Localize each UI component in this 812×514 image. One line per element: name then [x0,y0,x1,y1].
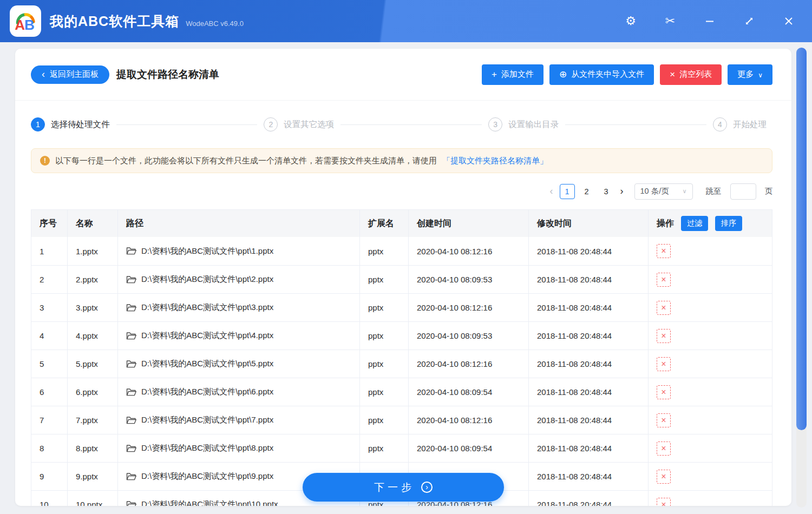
cell-index: 5 [31,350,68,378]
back-to-dashboard-button[interactable]: ‹ 返回到主面板 [31,65,109,84]
delete-row-button[interactable]: × [657,498,671,506]
scrollbar-track[interactable] [796,48,807,508]
banner-link[interactable]: 「提取文件夹路径名称清单」 [442,156,548,166]
folder-icon [126,388,136,397]
folder-icon [126,247,136,255]
prev-page-button[interactable]: ‹ [548,186,555,197]
cell-path: D:\资料\我的ABC测试文件\ppt\8.pptx [118,434,360,462]
cell-name: 2.pptx [68,266,118,293]
step-2-circle: 2 [264,117,278,131]
cell-name: 4.pptx [68,322,118,350]
sort-button[interactable]: 排序 [715,216,742,231]
cell-created-time: 2020-04-10 08:12:16 [409,406,529,434]
cell-created-time: 2020-04-10 08:12:16 [409,350,529,378]
file-table: 序号 名称 路径 扩展名 创建时间 修改时间 操作 过滤 排序 1 1.pptx [31,209,772,506]
window-controls: ⚙ ✂ [624,14,796,28]
delete-row-button[interactable]: × [657,413,671,427]
col-header-ext: 扩展名 [360,210,409,237]
cell-operations: × [649,491,772,506]
cell-extension: pptx [360,237,409,265]
step-connector [340,124,482,125]
folder-icon [126,360,136,368]
banner-text: 以下每一行是一个文件，此功能会将以下所有文件只生成一个清单文件，若需要按文件夹生… [55,156,437,166]
cell-path: D:\资料\我的ABC测试文件\ppt\5.pptx [118,350,360,378]
close-icon[interactable] [782,14,796,28]
cell-name: 6.pptx [68,378,118,406]
file-path: D:\资料\我的ABC测试文件\ppt\8.pptx [141,443,273,453]
file-path: D:\资料\我的ABC测试文件\ppt\1.pptx [141,246,273,256]
settings-icon[interactable]: ⚙ [624,14,638,28]
clear-list-label: 清空列表 [679,69,712,80]
cell-path: D:\资料\我的ABC测试文件\ppt\1.pptx [118,237,360,265]
maximize-icon[interactable] [742,14,756,28]
table-row: 8 8.pptx D:\资料\我的ABC测试文件\ppt\8.pptx pptx… [31,434,772,462]
cell-modified-time: 2018-11-08 20:48:44 [529,322,649,350]
page-number-3[interactable]: 3 [599,184,614,199]
step-connector [116,124,258,125]
step-1-label: 选择待处理文件 [51,119,110,130]
cell-name: 8.pptx [68,434,118,462]
minimize-icon[interactable] [703,14,717,28]
col-header-created: 创建时间 [409,210,529,237]
svg-text:A: A [15,17,25,33]
cell-extension: pptx [360,266,409,293]
page-size-value: 10 条/页 [640,186,669,196]
cell-operations: × [649,266,772,293]
cell-extension: pptx [360,350,409,378]
next-step-button[interactable]: 下一步 › [303,473,504,502]
next-page-button[interactable]: › [618,186,626,197]
folder-icon [126,416,136,425]
table-row: 6 6.pptx D:\资料\我的ABC测试文件\ppt\6.pptx pptx… [31,378,772,406]
delete-row-button[interactable]: × [657,329,671,343]
cut-tool-icon[interactable]: ✂ [663,14,677,28]
col-header-index: 序号 [31,210,68,237]
import-folder-label: 从文件夹中导入文件 [571,69,644,80]
panel-header: ‹ 返回到主面板 提取文件路径名称清单 + 添加文件 ⊕ 从文件夹中导入文件 ×… [15,49,791,101]
import-from-folder-button[interactable]: ⊕ 从文件夹中导入文件 [549,64,654,85]
cell-name: 5.pptx [68,350,118,378]
cell-name: 7.pptx [68,406,118,434]
clear-list-button[interactable]: × 清空列表 [660,64,722,85]
delete-row-button[interactable]: × [657,441,671,456]
file-path: D:\资料\我的ABC测试文件\ppt\4.pptx [141,331,273,341]
table-row: 2 2.pptx D:\资料\我的ABC测试文件\ppt\2.pptx pptx… [31,265,772,293]
delete-row-button[interactable]: × [657,244,671,258]
delete-row-button[interactable]: × [657,273,671,287]
cell-modified-time: 2018-11-08 20:48:44 [529,266,649,293]
cell-created-time: 2020-04-10 08:09:53 [409,322,529,350]
cell-extension: pptx [360,322,409,350]
cell-path: D:\资料\我的ABC测试文件\ppt\4.pptx [118,322,360,350]
file-path: D:\资料\我的ABC测试文件\ppt\2.pptx [141,274,273,285]
add-files-button[interactable]: + 添加文件 [482,64,543,85]
cell-extension: pptx [360,378,409,406]
cell-created-time: 2020-04-10 08:09:53 [409,266,529,293]
more-button[interactable]: 更多 ∨ [728,64,772,85]
page-size-select[interactable]: 10 条/页 ∨ [634,183,693,200]
folder-icon [126,472,136,481]
cell-index: 2 [31,266,68,293]
col-header-modified: 修改时间 [529,210,649,237]
back-button-label: 返回到主面板 [50,69,99,80]
cell-created-time: 2020-04-10 08:12:16 [409,237,529,265]
folder-icon [126,500,136,506]
header-actions: + 添加文件 ⊕ 从文件夹中导入文件 × 清空列表 更多 ∨ [482,64,772,85]
delete-row-button[interactable]: × [657,385,671,399]
delete-row-button[interactable]: × [657,470,671,484]
circle-arrow-right-icon: › [421,482,433,493]
cell-operations: × [649,237,772,265]
page-number-1[interactable]: 1 [560,184,575,199]
page-number-2[interactable]: 2 [579,184,594,199]
file-path: D:\资料\我的ABC测试文件\ppt\3.pptx [141,302,273,313]
scrollbar-thumb[interactable] [796,48,807,430]
cell-created-time: 2020-04-10 08:12:16 [409,294,529,321]
step-connector [565,124,706,125]
cell-operations: × [649,350,772,378]
jump-page-input[interactable] [730,183,756,200]
filter-button[interactable]: 过滤 [681,216,708,231]
table-row: 4 4.pptx D:\资料\我的ABC测试文件\ppt\4.pptx pptx… [31,321,772,350]
delete-row-button[interactable]: × [657,301,671,315]
operations-label: 操作 [657,218,674,229]
cell-operations: × [649,322,772,350]
cell-operations: × [649,378,772,406]
delete-row-button[interactable]: × [657,357,671,371]
